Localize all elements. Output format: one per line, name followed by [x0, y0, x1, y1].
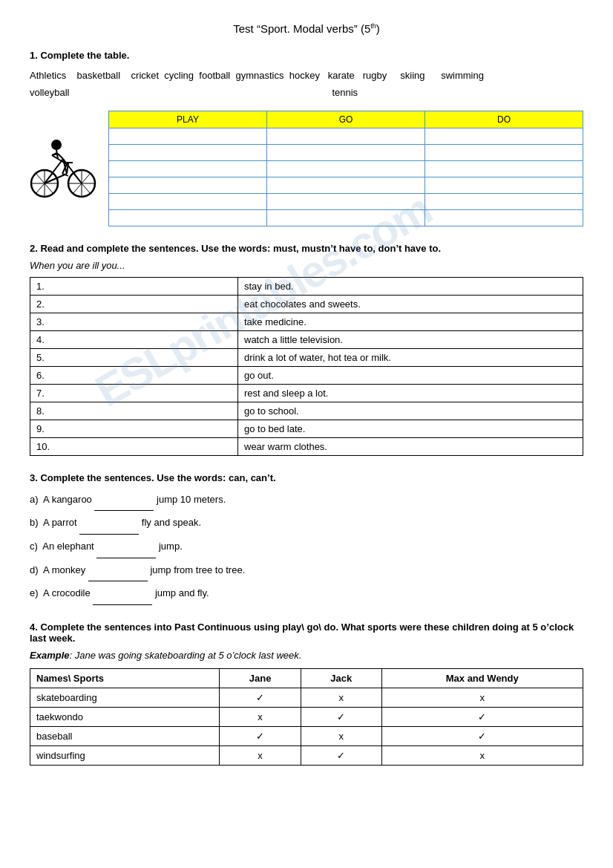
cyclist-image — [30, 118, 96, 202]
table-row — [109, 177, 583, 193]
row-num: 6. — [30, 366, 238, 384]
table-row: skateboarding ✓ x x — [30, 688, 583, 707]
col-maxwendy: Max and Wendy — [381, 668, 583, 688]
table-row: 8.go to school. — [30, 402, 583, 420]
section-4: 4. Complete the sentences into Past Cont… — [30, 621, 583, 766]
section2-heading: 2. Read and complete the sentences. Use … — [30, 243, 583, 254]
section2-subheading: When you are ill you... — [30, 260, 583, 271]
table-row: 3.take medicine. — [30, 313, 583, 330]
sport-name: skateboarding — [30, 688, 220, 707]
row-text: wear warm clothes. — [238, 437, 583, 455]
sport-name: baseball — [30, 726, 220, 745]
col-go: GO — [267, 111, 425, 128]
row-num: 1. — [30, 277, 238, 295]
sports-list: Athletics basketball cricket cycling foo… — [30, 67, 583, 102]
jack-val: x — [301, 726, 381, 745]
col-do: DO — [425, 111, 583, 128]
max-val: x — [381, 745, 583, 765]
jack-val: x — [301, 688, 381, 707]
row-num: 4. — [30, 330, 238, 348]
table-row: 9.go to bed late. — [30, 420, 583, 437]
row-text: watch a little television. — [238, 330, 583, 348]
jack-val: ✓ — [301, 707, 381, 726]
svg-point-18 — [51, 140, 62, 150]
sport-table: Names\ Sports Jane Jack Max and Wendy sk… — [30, 668, 583, 766]
table-row: 4.watch a little television. — [30, 330, 583, 348]
row-text: go out. — [238, 366, 583, 384]
table-row: taekwondo x ✓ ✓ — [30, 707, 583, 726]
jack-val: ✓ — [301, 745, 381, 765]
jane-val: x — [220, 745, 301, 765]
row-text: drink a lot of water, hot tea or milk. — [238, 348, 583, 366]
col-jane: Jane — [220, 668, 301, 688]
svg-line-14 — [58, 154, 63, 159]
row-text: rest and sleep a lot. — [238, 384, 583, 402]
list-item: e) A crocodile jump and fly. — [30, 583, 583, 605]
jane-val: ✓ — [220, 726, 301, 745]
col-names: Names\ Sports — [30, 668, 220, 688]
row-text: eat chocolates and sweets. — [238, 295, 583, 313]
row-text: go to school. — [238, 402, 583, 420]
col-jack: Jack — [301, 668, 381, 688]
section-2: 2. Read and complete the sentences. Use … — [30, 243, 583, 456]
sport-name: windsurfing — [30, 745, 220, 765]
row-num: 7. — [30, 384, 238, 402]
row-text: stay in bed. — [238, 277, 583, 295]
max-val: ✓ — [381, 707, 583, 726]
row-num: 3. — [30, 313, 238, 330]
max-val: x — [381, 688, 583, 707]
table-row — [109, 144, 583, 160]
table-row: baseball ✓ x ✓ — [30, 726, 583, 745]
sentences-table: 1.stay in bed.2.eat chocolates and sweet… — [30, 277, 583, 456]
list-item: d) A monkey jump from tree to tree. — [30, 560, 583, 582]
table-row — [109, 160, 583, 177]
table-row: 1.stay in bed. — [30, 277, 583, 295]
section4-heading: 4. Complete the sentences into Past Cont… — [30, 621, 583, 644]
table-row: 2.eat chocolates and sweets. — [30, 295, 583, 313]
section3-heading: 3. Complete the sentences. Use the words… — [30, 472, 583, 483]
table-row: 7.rest and sleep a lot. — [30, 384, 583, 402]
row-num: 8. — [30, 402, 238, 420]
max-val: ✓ — [381, 726, 583, 745]
sport-name: taekwondo — [30, 707, 220, 726]
row-num: 5. — [30, 348, 238, 366]
row-text: go to bed late. — [238, 420, 583, 437]
col-play: PLAY — [109, 111, 267, 128]
row-text: take medicine. — [238, 313, 583, 330]
list-item: b) A parrot fly and speak. — [30, 512, 583, 535]
section-1: 1. Complete the table. Athletics basketb… — [30, 50, 583, 226]
example-text: Example: Jane was going skateboarding at… — [30, 650, 583, 661]
list-item: a) A kangaroo jump 10 meters. — [30, 489, 583, 512]
table-row: windsurfing x ✓ x — [30, 745, 583, 765]
section1-heading: 1. Complete the table. — [30, 50, 583, 61]
page-title: Test “Sport. Modal verbs” (5th) — [30, 22, 583, 35]
table-row: 6.go out. — [30, 366, 583, 384]
row-num: 10. — [30, 437, 238, 455]
play-go-do-table: PLAY GO DO — [108, 111, 583, 226]
jane-val: x — [220, 707, 301, 726]
list-item: c) An elephant jump. — [30, 536, 583, 558]
table-row — [109, 128, 583, 144]
table-row: 10.wear warm clothes. — [30, 437, 583, 455]
section-3: 3. Complete the sentences. Use the words… — [30, 472, 583, 605]
row-num: 9. — [30, 420, 238, 437]
table-row — [109, 193, 583, 209]
table-row: 5.drink a lot of water, hot tea or milk. — [30, 348, 583, 366]
jane-val: ✓ — [220, 688, 301, 707]
table-section: PLAY GO DO — [30, 111, 583, 226]
row-num: 2. — [30, 295, 238, 313]
table-row — [109, 209, 583, 226]
